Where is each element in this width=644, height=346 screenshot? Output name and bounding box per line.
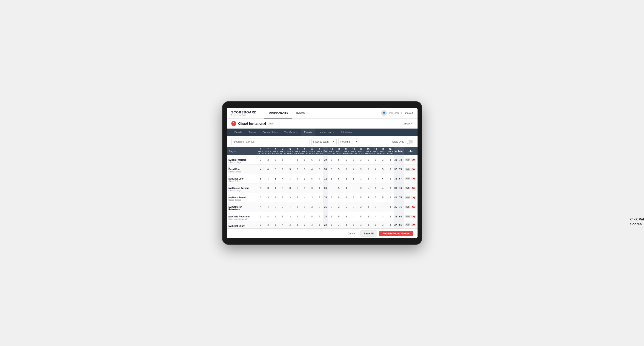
score-hole-9[interactable]: 5 xyxy=(316,165,323,174)
score-hole-6[interactable]: 4 xyxy=(294,174,301,183)
score-hole-12[interactable]: 3 xyxy=(342,174,350,183)
score-hole-3[interactable]: 4 xyxy=(272,193,279,202)
score-hole-6[interactable]: 5 xyxy=(294,193,301,202)
score-hole-7[interactable]: 3 xyxy=(301,212,308,221)
score-hole-10[interactable]: 3 xyxy=(328,212,335,221)
wd-badge[interactable]: WD xyxy=(405,196,410,199)
score-hole-9[interactable]: 5 xyxy=(316,202,323,212)
score-hole-10[interactable]: 3 xyxy=(328,165,335,174)
score-hole-14[interactable]: 3 xyxy=(357,183,365,193)
score-hole-12[interactable]: 5 xyxy=(342,202,350,212)
score-hole-9[interactable]: 3 xyxy=(316,155,323,165)
score-hole-17[interactable]: 4 xyxy=(379,183,386,193)
cancel-button[interactable]: Cancel xyxy=(345,231,358,236)
score-hole-15[interactable]: 5 xyxy=(365,155,372,165)
wd-badge[interactable]: WD xyxy=(405,159,410,161)
wd-badge[interactable]: WD xyxy=(405,187,410,189)
score-hole-18[interactable]: 3 xyxy=(386,155,394,165)
score-hole-17[interactable]: 3 xyxy=(379,221,386,228)
score-hole-15[interactable]: 3 xyxy=(365,202,372,212)
score-hole-7[interactable]: 6 xyxy=(301,165,308,174)
score-hole-17[interactable]: 6 xyxy=(379,174,386,183)
score-hole-18[interactable]: 3 xyxy=(386,221,394,228)
score-hole-7[interactable]: 3 xyxy=(301,221,308,228)
score-hole-11[interactable]: 5 xyxy=(335,174,342,183)
search-input[interactable] xyxy=(231,138,310,145)
score-hole-5[interactable]: 3 xyxy=(286,221,294,228)
score-hole-1[interactable]: 3 xyxy=(257,155,264,165)
score-hole-11[interactable]: 3 xyxy=(335,202,342,212)
score-hole-17[interactable]: 4 xyxy=(379,202,386,212)
score-hole-12[interactable]: 5 xyxy=(342,165,350,174)
toggle-switch[interactable] xyxy=(406,140,413,144)
score-hole-18[interactable]: 6 xyxy=(386,193,394,202)
score-hole-12[interactable]: 5 xyxy=(342,155,350,165)
score-hole-17[interactable]: 5 xyxy=(379,165,386,174)
score-hole-2[interactable]: 3 xyxy=(264,193,272,202)
score-hole-13[interactable]: 5 xyxy=(350,183,357,193)
score-hole-16[interactable]: 3 xyxy=(372,193,379,202)
subnav-results[interactable]: Results xyxy=(301,129,316,136)
score-hole-11[interactable]: 5 xyxy=(335,193,342,202)
score-hole-11[interactable]: 3 xyxy=(335,221,342,228)
sign-out-link[interactable]: Sign out xyxy=(404,112,413,114)
score-hole-7[interactable]: 5 xyxy=(301,202,308,212)
score-hole-5[interactable]: 4 xyxy=(286,202,294,212)
score-hole-13[interactable]: 3 xyxy=(350,221,357,228)
score-hole-16[interactable]: 5 xyxy=(372,155,379,165)
score-hole-14[interactable]: 5 xyxy=(357,193,365,202)
dq-badge[interactable]: DQ xyxy=(411,177,416,180)
nav-teams[interactable]: TEAMS xyxy=(292,108,308,119)
dq-badge[interactable]: DQ xyxy=(411,196,416,199)
score-hole-18[interactable]: 3 xyxy=(386,183,394,193)
dq-badge[interactable]: DQ xyxy=(411,187,416,189)
wd-badge[interactable]: WD xyxy=(405,215,410,218)
score-hole-3[interactable]: 3 xyxy=(272,221,279,228)
score-hole-13[interactable]: 4 xyxy=(350,165,357,174)
score-hole-4[interactable]: 4 xyxy=(279,174,286,183)
score-hole-6[interactable]: 4 xyxy=(294,212,301,221)
score-hole-15[interactable]: 5 xyxy=(365,165,372,174)
score-hole-6[interactable]: 3 xyxy=(294,202,301,212)
subnav-teams[interactable]: Teams xyxy=(245,129,259,136)
score-hole-10[interactable]: 6 xyxy=(328,202,335,212)
score-hole-10[interactable]: 3 xyxy=(328,155,335,165)
score-hole-16[interactable]: 5 xyxy=(372,202,379,212)
score-hole-11[interactable]: 5 xyxy=(335,165,342,174)
score-hole-8[interactable]: 3 xyxy=(308,183,316,193)
score-hole-9[interactable]: 3 xyxy=(316,221,323,228)
score-hole-16[interactable]: 4 xyxy=(372,183,379,193)
score-hole-7[interactable]: 3 xyxy=(301,174,308,183)
score-hole-5[interactable]: 3 xyxy=(286,212,294,221)
subnav-leaderboards[interactable]: Leaderboards xyxy=(316,129,338,136)
score-hole-9[interactable]: 4 xyxy=(316,183,323,193)
score-hole-7[interactable]: 4 xyxy=(301,193,308,202)
score-hole-8[interactable]: 5 xyxy=(308,212,316,221)
score-hole-15[interactable]: 3 xyxy=(365,221,372,228)
score-hole-10[interactable]: 3 xyxy=(328,183,335,193)
score-hole-13[interactable]: 4 xyxy=(350,212,357,221)
score-hole-6[interactable]: 3 xyxy=(294,183,301,193)
score-hole-2[interactable]: 3 xyxy=(264,155,272,165)
score-hole-4[interactable]: 3 xyxy=(279,202,286,212)
score-hole-1[interactable]: 3 xyxy=(257,193,264,202)
dq-badge[interactable]: DQ xyxy=(411,168,416,171)
score-hole-18[interactable]: 3 xyxy=(386,202,394,212)
score-hole-15[interactable]: 3 xyxy=(365,212,372,221)
score-hole-1[interactable]: 5 xyxy=(257,174,264,183)
score-hole-13[interactable]: 3 xyxy=(350,193,357,202)
score-hole-14[interactable]: 3 xyxy=(357,165,365,174)
nav-tournaments[interactable]: TOURNAMENTS xyxy=(264,108,292,119)
score-hole-9[interactable]: 5 xyxy=(316,193,323,202)
score-hole-3[interactable]: 4 xyxy=(272,212,279,221)
score-hole-3[interactable]: 5 xyxy=(272,155,279,165)
score-hole-5[interactable]: 3 xyxy=(286,165,294,174)
score-hole-13[interactable]: 5 xyxy=(350,174,357,183)
subnav-details[interactable]: Details xyxy=(231,129,246,136)
score-hole-5[interactable]: 3 xyxy=(286,174,294,183)
score-hole-1[interactable]: 3 xyxy=(257,212,264,221)
score-hole-10[interactable]: 3 xyxy=(328,174,335,183)
score-hole-12[interactable]: 4 xyxy=(342,193,350,202)
score-hole-2[interactable]: 3 xyxy=(264,174,272,183)
score-hole-4[interactable]: 5 xyxy=(279,193,286,202)
